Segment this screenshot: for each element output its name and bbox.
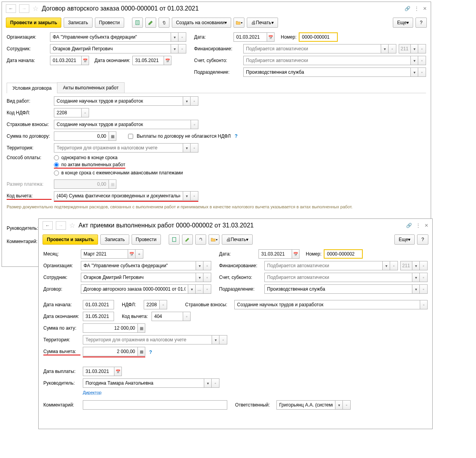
open-icon[interactable]: ▫	[159, 300, 167, 309]
dropdown-icon[interactable]: ▾	[382, 261, 390, 270]
dropdown-icon[interactable]: ▾	[410, 67, 418, 77]
more-button[interactable]: Еще ▾	[394, 234, 415, 245]
open-icon[interactable]: ▫	[212, 378, 219, 388]
open-icon[interactable]: ▫	[203, 284, 211, 294]
comment-input[interactable]	[83, 400, 227, 410]
open-icon[interactable]: ▫	[203, 261, 211, 270]
help-icon[interactable]: ?	[235, 133, 237, 139]
link-icon[interactable]: 🔗	[406, 223, 412, 228]
date-input[interactable]	[234, 32, 267, 42]
open-icon[interactable]: ▫	[191, 96, 198, 106]
open-icon[interactable]: ▫	[191, 143, 198, 153]
open-icon[interactable]: ▫	[420, 273, 428, 282]
end-date-input[interactable]	[83, 312, 114, 321]
edit-icon[interactable]	[182, 234, 193, 245]
ndfl-input[interactable]	[54, 108, 81, 117]
insurance-input[interactable]	[54, 120, 191, 129]
open-icon[interactable]: ▫	[418, 67, 426, 77]
responsible-input[interactable]	[276, 400, 335, 410]
account-input[interactable]	[264, 273, 412, 282]
calc-icon[interactable]: ▦	[137, 347, 145, 356]
org-input[interactable]	[50, 32, 171, 42]
save-button[interactable]: Записать	[100, 234, 129, 245]
help-button[interactable]: ?	[415, 18, 427, 28]
calendar-icon[interactable]: 📅	[164, 56, 171, 65]
calendar-icon[interactable]: 📅	[114, 367, 122, 376]
number-input[interactable]	[299, 32, 338, 42]
dropdown-icon[interactable]: ▾	[183, 96, 191, 106]
document-icon[interactable]	[132, 18, 143, 28]
payout-date-input[interactable]	[83, 367, 114, 376]
account-input[interactable]	[243, 56, 410, 65]
dept-input[interactable]	[243, 67, 410, 77]
open-icon[interactable]: ▫	[81, 108, 89, 117]
open-icon[interactable]: ▫	[420, 284, 428, 294]
open-icon[interactable]: ▫	[418, 56, 426, 65]
attach-icon[interactable]	[195, 234, 206, 245]
open-icon[interactable]: ▫	[418, 44, 426, 53]
payment-opt2[interactable]: по актам выполненных работ	[54, 162, 125, 169]
director-link[interactable]: Директор	[83, 390, 102, 395]
tab-acts[interactable]: Акты выполненных работ	[57, 82, 124, 93]
manager-input[interactable]	[83, 378, 204, 388]
territory-input[interactable]	[83, 335, 212, 344]
help-icon[interactable]: ?	[149, 350, 152, 355]
open-icon[interactable]: ▫	[343, 400, 351, 410]
nav-forward[interactable]: →	[56, 221, 66, 230]
favorite-star-icon[interactable]: ☆	[32, 4, 39, 13]
calendar-icon[interactable]: 📅	[292, 249, 300, 259]
start-date-input[interactable]	[83, 300, 114, 309]
menu-icon[interactable]: ⋮	[414, 6, 419, 11]
tab-conditions[interactable]: Условия договора	[7, 83, 57, 93]
menu-icon[interactable]: ⋮	[416, 223, 421, 228]
deduction-code-input[interactable]	[152, 312, 183, 321]
open-icon[interactable]: ▫	[219, 335, 227, 344]
open-icon[interactable]: ▫	[183, 312, 191, 321]
dropdown-icon[interactable]: ▾	[183, 143, 191, 153]
more-button[interactable]: Еще ▾	[393, 18, 413, 28]
deduction-input[interactable]	[54, 191, 183, 201]
help-button[interactable]: ?	[417, 234, 428, 245]
deduction-sum-input[interactable]	[83, 347, 137, 356]
folder-icon[interactable]: ▾	[234, 18, 244, 28]
payment-opt1[interactable]: однократно в конце срока	[54, 155, 183, 160]
dropdown-icon[interactable]: ▾	[188, 284, 196, 294]
open-icon[interactable]: ▫	[420, 300, 428, 309]
no-ndfl-checkbox[interactable]: Выплаты по договору не облагаются НДФЛ	[127, 133, 231, 140]
financing-input[interactable]	[264, 261, 382, 270]
open-icon[interactable]: ▫	[203, 273, 211, 282]
sum-input[interactable]	[54, 131, 109, 141]
dropdown-icon[interactable]: ▾	[381, 44, 389, 53]
calendar-icon[interactable]: 📅	[128, 249, 135, 259]
calc-icon[interactable]: ▦	[109, 131, 116, 141]
calendar-icon[interactable]: 📅	[267, 32, 275, 42]
contract-input[interactable]	[81, 284, 188, 294]
create-based-button[interactable]: Создать на основании ▾	[172, 18, 232, 28]
dropdown-icon[interactable]: ▾	[196, 273, 203, 282]
dropdown-icon[interactable]: ▾	[410, 56, 418, 65]
post-button[interactable]: Провести	[132, 234, 161, 245]
insurance-input[interactable]	[234, 300, 420, 309]
dropdown-icon[interactable]: ▾	[335, 400, 343, 410]
open-icon[interactable]: ▫	[191, 120, 198, 129]
link-icon[interactable]: 🔗	[405, 6, 410, 11]
calc-icon[interactable]: ▦	[137, 323, 145, 333]
payment-opt3[interactable]: в конце срока с ежемесячными авансовыми …	[54, 170, 183, 176]
save-button[interactable]: Записать	[64, 18, 92, 28]
post-close-button[interactable]: Провести и закрыть	[6, 18, 61, 28]
stepper-icon[interactable]: ÷	[135, 249, 143, 259]
dropdown-icon[interactable]: ▾	[410, 44, 418, 53]
worktype-input[interactable]	[54, 96, 183, 106]
dropdown-icon[interactable]: ▾	[412, 273, 420, 282]
calendar-icon[interactable]: 📅	[81, 56, 89, 65]
dropdown-icon[interactable]: ▾	[171, 32, 178, 42]
territory-input[interactable]	[54, 143, 183, 153]
print-button[interactable]: 🖨 Печать ▾	[222, 234, 253, 245]
org-input[interactable]	[81, 261, 196, 270]
start-date-input[interactable]	[50, 56, 81, 65]
dropdown-icon[interactable]: ▾	[412, 261, 420, 270]
employee-input[interactable]	[81, 273, 196, 282]
edit-icon[interactable]	[145, 18, 156, 28]
open-icon[interactable]: ▫	[390, 261, 398, 270]
financing-input[interactable]	[243, 44, 381, 53]
